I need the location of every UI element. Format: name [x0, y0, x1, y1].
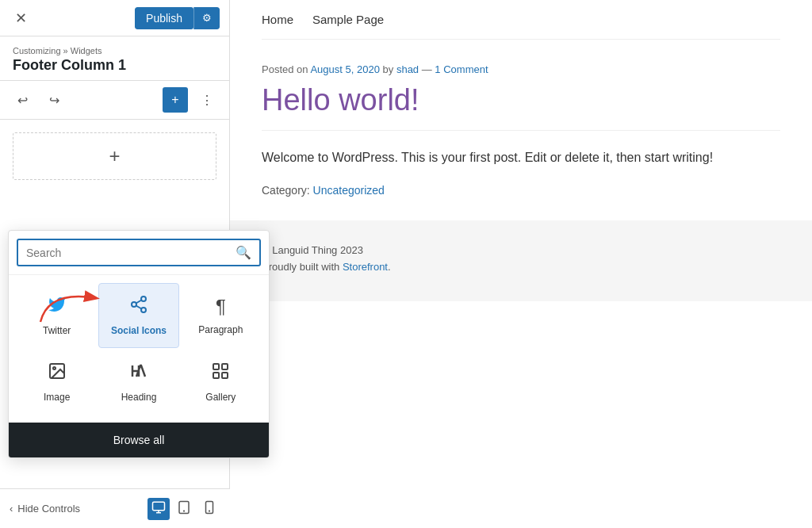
- svg-point-0: [141, 297, 146, 301]
- top-bar: ✕ Publish ⚙: [0, 0, 229, 36]
- svg-rect-12: [153, 502, 165, 511]
- paragraph-icon: ¶: [216, 296, 226, 318]
- svg-rect-10: [222, 373, 228, 378]
- ellipsis-icon: ⋮: [201, 93, 213, 108]
- more-options-button[interactable]: ⋮: [194, 87, 220, 113]
- nav-link-home[interactable]: Home: [262, 13, 293, 26]
- close-button[interactable]: ✕: [10, 7, 32, 29]
- breadcrumb: Customizing » Widgets Footer Column 1: [0, 36, 229, 81]
- redo-icon: ↪: [49, 93, 59, 108]
- publish-button[interactable]: Publish: [135, 7, 193, 29]
- undo-icon: ↩: [17, 93, 28, 108]
- browse-all-button[interactable]: Browse all: [9, 423, 269, 457]
- hide-controls-label: Hide Controls: [17, 503, 80, 515]
- svg-point-2: [141, 308, 146, 312]
- hide-controls-button[interactable]: ‹ Hide Controls: [10, 503, 80, 515]
- widget-item-paragraph[interactable]: ¶ Paragraph: [181, 283, 261, 348]
- post-dash: —: [422, 63, 432, 75]
- heading-icon: [129, 362, 148, 385]
- image-icon: [48, 362, 67, 385]
- svg-rect-8: [222, 364, 228, 369]
- widget-label-social-icons: Social Icons: [111, 325, 167, 336]
- svg-point-1: [132, 302, 136, 307]
- widget-item-twitter[interactable]: Twitter: [17, 283, 97, 348]
- post-meta-label: Posted on: [262, 63, 308, 75]
- svg-point-6: [53, 367, 56, 369]
- widget-item-gallery[interactable]: Gallery: [181, 350, 261, 415]
- mobile-view-button[interactable]: [198, 498, 220, 520]
- post-author-link[interactable]: shad: [396, 63, 419, 75]
- undo-button[interactable]: ↩: [10, 87, 35, 113]
- close-icon: ✕: [15, 10, 27, 27]
- plus-icon: +: [171, 93, 178, 107]
- search-area: 🔍: [9, 231, 269, 275]
- post-category-link[interactable]: Uncategorized: [313, 184, 385, 197]
- post-category-label: Category:: [262, 184, 310, 197]
- widget-label-twitter: Twitter: [43, 325, 71, 336]
- social-icons-icon: [129, 295, 148, 319]
- widget-picker: 🔍 Twitter: [8, 230, 270, 458]
- breadcrumb-path: Customizing » Widgets: [13, 46, 216, 55]
- add-block-toolbar-button[interactable]: +: [163, 87, 188, 113]
- left-panel: ✕ Publish ⚙ Customizing » Widgets Footer…: [0, 0, 230, 528]
- footer-built: Proudly built with Storefront.: [262, 261, 780, 273]
- bottom-bar: ‹ Hide Controls: [0, 488, 230, 528]
- chevron-left-icon: ‹: [10, 503, 13, 515]
- footer-storefront-link[interactable]: Storefront: [343, 261, 388, 273]
- publish-settings-button[interactable]: ⚙: [193, 7, 220, 29]
- svg-line-3: [136, 306, 142, 309]
- post-category: Category: Uncategorized: [262, 184, 780, 197]
- search-button[interactable]: 🔍: [228, 240, 259, 265]
- post-divider: [262, 130, 780, 131]
- nav-link-sample-page[interactable]: Sample Page: [312, 13, 384, 26]
- redo-button[interactable]: ↪: [41, 87, 67, 113]
- widget-grid: Twitter Social Icons ¶ Para: [9, 275, 269, 423]
- post-by-text: by: [383, 63, 394, 75]
- publish-label: Publish: [146, 12, 182, 25]
- footer-copyright: © Languid Thing 2023: [262, 244, 780, 256]
- widget-label-gallery: Gallery: [205, 392, 236, 403]
- svg-line-4: [136, 300, 142, 304]
- svg-rect-9: [213, 373, 219, 378]
- search-icon: 🔍: [236, 246, 251, 259]
- post-meta: Posted on August 5, 2020 by shad — 1 Com…: [262, 63, 780, 75]
- tablet-icon: [177, 500, 191, 517]
- gallery-icon: [211, 362, 230, 385]
- widget-item-social-icons[interactable]: Social Icons: [98, 283, 178, 348]
- site-nav: Home Sample Page: [262, 0, 780, 40]
- search-input[interactable]: [18, 242, 228, 264]
- search-wrapper: 🔍: [17, 239, 261, 266]
- desktop-icon: [151, 500, 166, 517]
- toolbar: ↩ ↪ + ⋮: [0, 81, 229, 120]
- publish-group: Publish ⚙: [135, 7, 220, 29]
- device-buttons: [147, 498, 220, 520]
- post-date-link[interactable]: August 5, 2020: [310, 63, 379, 75]
- desktop-view-button[interactable]: [147, 498, 170, 520]
- gear-icon: ⚙: [202, 12, 212, 24]
- top-bar-left: ✕: [10, 7, 32, 29]
- post-title: Hello world!: [262, 83, 780, 117]
- twitter-icon: [48, 295, 67, 319]
- widget-label-paragraph: Paragraph: [198, 324, 243, 335]
- widget-item-heading[interactable]: Heading: [98, 350, 178, 415]
- mobile-icon: [202, 500, 216, 517]
- widget-label-heading: Heading: [121, 392, 157, 403]
- widget-item-image[interactable]: Image: [17, 350, 97, 415]
- svg-rect-7: [213, 364, 219, 369]
- post-comment-link[interactable]: 1 Comment: [435, 63, 488, 75]
- tablet-view-button[interactable]: [173, 498, 195, 520]
- right-panel: Home Sample Page Posted on August 5, 202…: [230, 0, 812, 528]
- add-block-plus-icon: +: [109, 145, 120, 167]
- add-block-area[interactable]: +: [13, 132, 216, 180]
- breadcrumb-title: Footer Column 1: [13, 57, 216, 74]
- site-footer: © Languid Thing 2023 Proudly built with …: [230, 220, 812, 301]
- widget-label-image: Image: [44, 392, 70, 403]
- post-body: Welcome to WordPress. This is your first…: [262, 147, 780, 168]
